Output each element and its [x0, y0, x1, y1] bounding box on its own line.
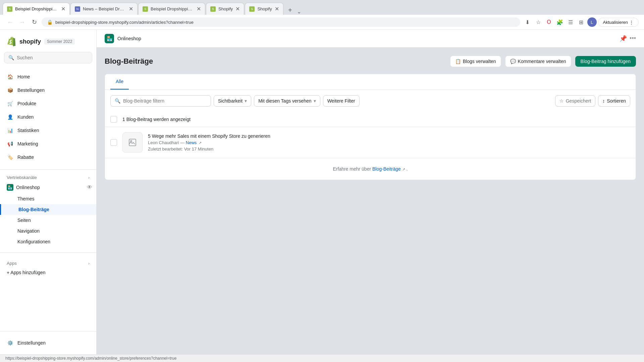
blog-post-row[interactable]: 5 Wege mehr Sales mit einem Shopify Stor… — [105, 127, 636, 158]
vertriebskanaele-label: Vertriebskanäle — [7, 175, 37, 180]
image-placeholder-icon — [128, 138, 137, 146]
tab-1-label: Beispiel Dropshipping Store · ... — [15, 6, 58, 11]
tab-5[interactable]: S Shopify ✕ — [245, 3, 283, 15]
apps-add-label: + Apps hinzufügen — [7, 270, 46, 275]
tab-2[interactable]: N News – Beispiel Dropshipping ... ✕ — [70, 3, 138, 15]
post-blog-link[interactable]: News — [186, 140, 197, 145]
main-nav: 🏠 Home 📦 Bestellungen 🛒 Produkte 👤 Kunde… — [0, 67, 96, 167]
blog-search-wrap[interactable]: 🔍 — [110, 95, 211, 107]
onlineshop-left[interactable]: 🏪 Onlineshop — [7, 184, 40, 191]
lock-icon: 🔒 — [47, 19, 53, 25]
blog-search-input[interactable] — [123, 98, 207, 104]
tab-4[interactable]: S Shopify ✕ — [206, 3, 244, 15]
sidebar-item-rabatte[interactable]: 🏷️ Rabatte — [0, 150, 96, 164]
tab-4-close[interactable]: ✕ — [235, 6, 240, 12]
add-post-button[interactable]: Blog-Beitrag hinzufügen — [575, 56, 636, 67]
user-avatar-browser[interactable]: L — [587, 17, 597, 27]
blog-thumbnail — [122, 132, 143, 153]
onlineshop-label: Onlineshop — [16, 185, 40, 190]
sidebar-item-marketing-label: Marketing — [17, 141, 38, 146]
sidebar-item-seiten[interactable]: Seiten — [0, 215, 96, 226]
search-wrapper: 🔍 — [0, 52, 96, 67]
apps-add-button[interactable]: + Apps hinzufügen — [0, 267, 96, 278]
sidebar-item-kunden[interactable]: 👤 Kunden — [0, 110, 96, 124]
channel-icon: 🏪 — [105, 34, 114, 43]
produkte-icon: 🛒 — [7, 100, 13, 107]
sidebar-item-bestellungen[interactable]: 📦 Bestellungen — [0, 83, 96, 97]
sidebar-item-produkte-label: Produkte — [17, 101, 36, 106]
tab-expand-button[interactable]: ⌄ — [297, 8, 301, 15]
select-all-checkbox[interactable] — [110, 116, 117, 123]
sidebar-item-blog-beitraege[interactable]: Blog-Beiträge — [0, 204, 96, 215]
settings-item[interactable]: ⚙️ Einstellungen — [7, 337, 90, 349]
bookmark-icon[interactable]: ☆ — [534, 17, 543, 27]
address-url: beispiel-dropshipping-store.myshopify.co… — [55, 20, 515, 25]
more-filters-button[interactable]: Weitere Filter — [323, 95, 360, 107]
sort-button[interactable]: ↕ Sortieren — [598, 95, 630, 107]
download-icon[interactable]: ⬇ — [523, 17, 532, 27]
search-input[interactable] — [17, 55, 88, 60]
pin-icon[interactable]: 📌 — [620, 35, 627, 42]
sidebar-item-themes[interactable]: Themes — [0, 193, 96, 204]
tab-alle[interactable]: Alle — [110, 74, 129, 89]
saved-button[interactable]: ☆ Gespeichert — [555, 95, 595, 107]
post-time: Zuletzt bearbeitet: Vor 17 Minuten — [148, 146, 630, 152]
new-tab-button[interactable]: + — [285, 5, 295, 15]
tab-2-close[interactable]: ✕ — [129, 6, 133, 12]
manage-blogs-button[interactable]: 📋 Blogs verwalten — [450, 56, 501, 67]
sidebar-item-marketing[interactable]: 📢 Marketing — [0, 137, 96, 150]
manage-comments-button[interactable]: 💬 Kommentare verwalten — [505, 56, 571, 67]
update-dots: ⋮ — [629, 20, 634, 25]
post-count: 1 Blog-Beitrag werden angezeigt — [122, 117, 191, 122]
card-tabs: Alle — [105, 74, 636, 90]
manage-blogs-label: Blogs verwalten — [463, 59, 496, 64]
divider-1 — [0, 169, 96, 170]
menu-icon[interactable]: ☰ — [566, 17, 575, 27]
back-button[interactable]: ← — [5, 17, 15, 27]
sidebar-item-home[interactable]: 🏠 Home — [0, 70, 96, 83]
page-content: Blog-Beiträge 📋 Blogs verwalten 💬 Kommen… — [97, 48, 644, 354]
post-checkbox[interactable] — [110, 139, 117, 146]
learn-more-icon: ↗ — [402, 167, 405, 171]
tab-1-close[interactable]: ✕ — [61, 6, 65, 12]
sidebar-item-statistiken[interactable]: 📊 Statistiken — [0, 124, 96, 137]
post-external-icon: ↗ — [199, 141, 202, 145]
visibility-filter[interactable]: Sichtbarkeit ▾ — [214, 95, 251, 107]
grid-icon[interactable]: ⊞ — [577, 17, 586, 27]
tab-1[interactable]: S Beispiel Dropshipping Store · ... ✕ — [3, 3, 70, 15]
sidebar-item-navigation[interactable]: Navigation — [0, 226, 96, 236]
vertriebskanaele-section[interactable]: Vertriebskanäle › — [0, 172, 96, 181]
tab-alle-label: Alle — [116, 79, 123, 84]
shopify-name: shopify — [19, 38, 41, 45]
forward-button[interactable]: → — [17, 17, 27, 27]
tags-filter[interactable]: Mit diesen Tags versehen ▾ — [254, 95, 320, 107]
tab-4-favicon: S — [210, 6, 216, 12]
opera-icon[interactable]: O — [544, 17, 554, 27]
apps-header[interactable]: Apps › — [0, 258, 96, 267]
extensions-icon[interactable]: 🧩 — [555, 17, 565, 27]
manage-comments-icon: 💬 — [510, 59, 516, 64]
tab-3-close[interactable]: ✕ — [197, 6, 201, 12]
sidebar-item-konfigurationen[interactable]: Konfigurationen — [0, 236, 96, 247]
update-button[interactable]: Aktualisieren ⋮ — [598, 18, 639, 27]
tab-3[interactable]: S Beispiel Dropshipping Store ✕ — [138, 3, 205, 15]
update-label: Aktualisieren — [603, 20, 628, 25]
tab-5-close[interactable]: ✕ — [275, 6, 279, 12]
sidebar-item-produkte[interactable]: 🛒 Produkte — [0, 97, 96, 110]
address-bar[interactable]: 🔒 beispiel-dropshipping-store.myshopify.… — [42, 17, 520, 27]
sidebar-item-bestellungen-label: Bestellungen — [17, 87, 45, 93]
settings-icon: ⚙️ — [7, 340, 13, 346]
learn-more-link[interactable]: Blog-Beiträge — [372, 166, 401, 172]
themes-label: Themes — [17, 196, 35, 201]
sort-icon: ↕ — [602, 98, 605, 104]
tags-dropdown-icon: ▾ — [314, 98, 316, 104]
onlineshop-item[interactable]: 🏪 Onlineshop 👁 — [0, 181, 96, 193]
browser-window: S Beispiel Dropshipping Store · ... ✕ N … — [0, 0, 644, 362]
eye-icon[interactable]: 👁 — [87, 184, 92, 190]
learn-more-suffix: . — [407, 166, 408, 172]
reload-button[interactable]: ↻ — [30, 17, 39, 27]
channel-name: Onlineshop — [117, 36, 141, 41]
search-bar[interactable]: 🔍 — [4, 52, 92, 63]
more-icon[interactable]: ••• — [630, 35, 636, 42]
app-layout: shopify Sommer 2022 🔍 🏠 Home 📦 — [0, 30, 644, 354]
